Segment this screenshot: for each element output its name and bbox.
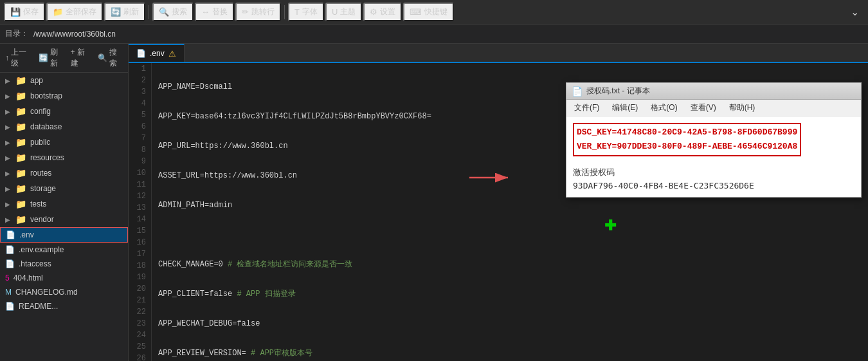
path-label: 目录： xyxy=(5,28,28,39)
tab-bar: 📄 .env ⚠ xyxy=(129,44,868,63)
jump-icon: ✏ xyxy=(242,7,249,17)
collapse-icon: ▶ xyxy=(5,77,10,84)
notepad-menu-help[interactable]: 帮助(H) xyxy=(727,101,758,115)
tab-env[interactable]: 📄 .env ⚠ xyxy=(129,44,185,62)
code-line-7: CHECK_MANAGE=0 # 检查域名地址栏访问来源是否一致 xyxy=(158,259,868,270)
sidebar-item-404[interactable]: 5 404.html xyxy=(0,271,128,285)
code-line-10: APP_REVIEW_VERSION= # APP审核版本号 xyxy=(158,347,868,359)
code-line-6 xyxy=(158,229,868,241)
notepad-popup: 📄 授权码.txt - 记事本 文件(F) 编辑(E) 格式(O) 查看(V) … xyxy=(566,82,862,198)
replace-button[interactable]: ↔ 替换 xyxy=(195,3,234,21)
refresh-nav-icon: 🔄 xyxy=(39,53,48,62)
search-button[interactable]: 🔍 搜索 xyxy=(152,3,194,21)
env-file-icon: 📄 xyxy=(6,230,15,239)
file-icon: 📄 xyxy=(5,302,15,311)
sidebar-item-public[interactable]: ▶ 📁 public xyxy=(0,134,128,150)
tab-doc-icon: 📄 xyxy=(136,49,146,58)
collapse-icon: ▶ xyxy=(5,170,10,177)
folder-icon: 📁 xyxy=(15,153,26,163)
sidebar: ↑ 上一级 🔄 刷新 + 新建 🔍 搜索 ▶ 📁 app ▶ 📁 bootstr… xyxy=(0,44,129,361)
folder-icon: 📁 xyxy=(15,199,26,209)
font-icon: T xyxy=(294,7,300,17)
theme-icon: U xyxy=(332,7,338,17)
nav-new-button[interactable]: + 新建 xyxy=(71,47,91,69)
folder-icon: 📁 xyxy=(15,75,26,86)
notepad-ver-key: VER_KEY=907DDE30-80F0-489F-AEBE-46546C91… xyxy=(577,140,797,154)
code-line-9: APP_WECHAT_DEBUG=false xyxy=(158,318,868,329)
settings-button[interactable]: ⚙ 设置 xyxy=(363,3,402,21)
sidebar-item-config[interactable]: ▶ 📁 config xyxy=(0,104,128,119)
theme-button[interactable]: U 主题 xyxy=(325,3,362,21)
notepad-body: DSC_KEY=41748C80-20C9-42A5-B798-8FD60D67… xyxy=(566,116,861,197)
sidebar-item-htaccess[interactable]: 📄 .htaccess xyxy=(0,257,128,271)
save-icon: 💾 xyxy=(10,7,21,17)
search-nav-icon: 🔍 xyxy=(98,53,107,62)
path-value: /www/wwwroot/360bl.cn xyxy=(33,30,116,39)
notepad-activate-label: 激活授权码 xyxy=(573,165,854,181)
save-all-icon: 📁 xyxy=(53,7,63,17)
md-file-icon: M xyxy=(5,288,12,297)
notepad-activate-code: 93DAF796-40C0-4FB4-BE4E-C23FC3526D6E xyxy=(573,181,854,190)
file-icon: 📄 xyxy=(5,245,15,254)
up-icon: ↑ xyxy=(5,53,9,62)
folder-icon: 📁 xyxy=(15,106,26,116)
replace-icon: ↔ xyxy=(201,7,210,17)
collapse-icon: ▶ xyxy=(5,216,10,223)
notepad-menu-file[interactable]: 文件(F) xyxy=(572,101,602,115)
save-button[interactable]: 💾 保存 xyxy=(4,3,45,21)
nav-up-button[interactable]: ↑ 上一级 xyxy=(5,47,32,69)
notepad-menu-format[interactable]: 格式(O) xyxy=(648,101,680,115)
separator-2 xyxy=(284,5,285,19)
refresh-icon: 🔄 xyxy=(111,7,121,17)
path-bar: 目录： /www/wwwroot/360bl.cn xyxy=(0,24,868,44)
sidebar-item-env[interactable]: 📄 .env xyxy=(0,227,128,243)
tab-warning-icon: ⚠ xyxy=(168,49,176,59)
shortcuts-button[interactable]: ⌨ 快捷键 xyxy=(403,3,454,21)
settings-icon: ⚙ xyxy=(370,7,377,17)
collapse-icon: ▶ xyxy=(5,201,10,208)
sidebar-item-app[interactable]: ▶ 📁 app xyxy=(0,73,128,88)
collapse-icon: ▶ xyxy=(5,154,10,162)
nav-refresh-button[interactable]: 🔄 刷新 xyxy=(39,47,64,69)
refresh-button[interactable]: 🔄 刷新 xyxy=(104,3,145,21)
collapse-icon: ▶ xyxy=(5,108,10,115)
folder-icon: 📁 xyxy=(15,168,26,178)
folder-icon: 📁 xyxy=(15,91,26,101)
collapse-icon: ▶ xyxy=(5,93,10,100)
sidebar-item-changelog[interactable]: M CHANGELOG.md xyxy=(0,285,128,299)
nav-search-button[interactable]: 🔍 搜索 xyxy=(98,47,123,69)
jump-button[interactable]: ✏ 跳转行 xyxy=(235,3,281,21)
sidebar-item-bootstrap[interactable]: ▶ 📁 bootstrap xyxy=(0,88,128,104)
shortcuts-icon: ⌨ xyxy=(410,7,422,17)
notepad-menu-edit[interactable]: 编辑(E) xyxy=(610,101,640,115)
sidebar-item-readme[interactable]: 📄 README... xyxy=(0,299,128,313)
font-button[interactable]: T 字体 xyxy=(288,3,324,21)
sidebar-item-env-example[interactable]: 📄 .env.example xyxy=(0,243,128,257)
line-numbers: 12345 678910 1112131415 1617181920 21222… xyxy=(129,63,152,361)
sidebar-item-routes[interactable]: ▶ 📁 routes xyxy=(0,165,128,181)
notepad-menu-bar: 文件(F) 编辑(E) 格式(O) 查看(V) 帮助(H) xyxy=(566,100,861,116)
notepad-dsc-key: DSC_KEY=41748C80-20C9-42A5-B798-8FD60D67… xyxy=(577,125,797,140)
collapse-icon: ▶ xyxy=(5,124,10,131)
sidebar-item-resources[interactable]: ▶ 📁 resources xyxy=(0,150,128,165)
editor-area: 📄 .env ⚠ 12345 678910 1112131415 1617181… xyxy=(129,44,868,361)
collapse-icon: ▶ xyxy=(5,139,10,146)
sidebar-item-vendor[interactable]: ▶ 📁 vendor xyxy=(0,212,128,227)
notepad-doc-icon: 📄 xyxy=(572,86,583,97)
code-line-5: ADMIN_PATH=admin xyxy=(158,199,868,211)
notepad-title-bar: 📄 授权码.txt - 记事本 xyxy=(566,83,861,100)
sidebar-item-database[interactable]: ▶ 📁 database xyxy=(0,119,128,134)
folder-icon: 📁 xyxy=(15,183,26,194)
main-content: ↑ 上一级 🔄 刷新 + 新建 🔍 搜索 ▶ 📁 app ▶ 📁 bootstr… xyxy=(0,44,868,361)
chevron-down-button[interactable]: ⌄ xyxy=(845,3,864,21)
folder-icon: 📁 xyxy=(15,214,26,225)
code-line-8: APP_CLIENT=false # APP 扫描登录 xyxy=(158,288,868,300)
toolbar: 💾 保存 📁 全部保存 🔄 刷新 🔍 搜索 ↔ 替换 ✏ 跳转行 T 字体 U … xyxy=(0,0,868,24)
sidebar-nav: ↑ 上一级 🔄 刷新 + 新建 🔍 搜索 xyxy=(0,44,128,73)
file-icon: 📄 xyxy=(5,259,15,268)
notepad-menu-view[interactable]: 查看(V) xyxy=(688,101,719,115)
sidebar-item-storage[interactable]: ▶ 📁 storage xyxy=(0,181,128,196)
save-all-button[interactable]: 📁 全部保存 xyxy=(46,3,103,21)
folder-icon: 📁 xyxy=(15,137,26,147)
sidebar-item-tests[interactable]: ▶ 📁 tests xyxy=(0,196,128,212)
